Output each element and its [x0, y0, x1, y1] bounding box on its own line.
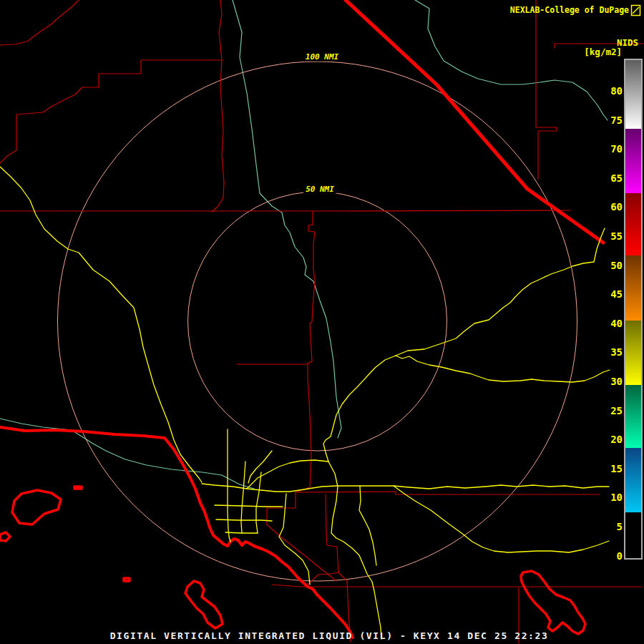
- colorbar-segment: [625, 512, 641, 558]
- highway-line: [396, 356, 610, 382]
- county-line: [0, 0, 79, 45]
- colorbar-tick-label: 55: [610, 230, 623, 242]
- island-outline: [12, 490, 61, 525]
- colorbar-tick-label: 50: [610, 260, 623, 271]
- highway-line: [216, 519, 272, 521]
- colorbar-segment: [625, 255, 641, 321]
- island-outline: [521, 571, 585, 634]
- colorbar-tick-label: 30: [610, 376, 623, 387]
- highway-line: [396, 228, 605, 356]
- colorbar-tick-label: 20: [610, 434, 623, 445]
- county-line: [0, 60, 222, 163]
- radar-display: 100 NMI50 NMI NEXLAB-College of DuPage N…: [0, 0, 644, 644]
- colorbar-tick-label: 60: [610, 201, 623, 213]
- range-ring-label: 100 NMI: [303, 52, 341, 62]
- colorbar-tick-label: 40: [610, 318, 623, 329]
- river-line: [233, 0, 341, 438]
- colorbar-tick-label: 0: [617, 550, 623, 562]
- county-line: [0, 210, 570, 211]
- county-line: [536, 0, 557, 179]
- colorbar-tick-label: 10: [610, 492, 623, 503]
- range-ring: [188, 192, 447, 451]
- county-line: [308, 211, 315, 487]
- highway-line: [394, 486, 609, 552]
- island-outline: [74, 487, 82, 489]
- island-outline: [124, 578, 130, 581]
- island-outline: [185, 581, 223, 628]
- coastline: [0, 427, 353, 638]
- highway-line: [247, 460, 328, 489]
- colorbar-segment: [625, 321, 641, 385]
- colorbar-tick-label: 75: [610, 114, 623, 126]
- colorbar-tick-label: 5: [617, 521, 623, 532]
- highway-line: [0, 167, 202, 482]
- colorbar-tick-label: 35: [610, 346, 623, 358]
- radar-map-svg: [0, 0, 644, 644]
- highway-line: [215, 505, 283, 507]
- highway-line: [359, 486, 376, 565]
- colorbar-tick-label: 45: [610, 288, 623, 300]
- colorbar-segment: [625, 448, 641, 512]
- highway-line: [328, 462, 381, 639]
- cod-flag-icon: [630, 4, 642, 18]
- colorbar-segment: [625, 60, 641, 129]
- county-line: [267, 487, 310, 525]
- colorbar-tick-label: 70: [610, 143, 623, 155]
- colorbar-tick-label: 80: [610, 85, 623, 97]
- highway-line: [256, 472, 261, 533]
- county-line: [296, 492, 600, 494]
- highway-line: [202, 484, 609, 492]
- highway-line: [228, 429, 230, 542]
- colorbar-tick-label: 65: [610, 172, 623, 184]
- island-outline: [0, 532, 10, 541]
- colorbar-segment: [625, 193, 641, 255]
- colorbar-segment: [625, 385, 641, 448]
- brand-text: NEXLAB-College of DuPage: [510, 5, 629, 15]
- product-title: DIGITAL VERTICALLY INTEGRATED LIQUID (VI…: [110, 630, 549, 641]
- colorbar: [624, 59, 643, 560]
- colorbar-segment: [625, 129, 641, 193]
- colorbar-units: [kg/m2]: [584, 47, 622, 57]
- county-line: [219, 0, 222, 60]
- river-line: [415, 0, 608, 120]
- state-border-line: [346, 0, 603, 243]
- range-ring: [58, 62, 577, 581]
- range-ring-label: 50 NMI: [303, 185, 336, 194]
- colorbar-tick-label: 25: [610, 405, 623, 416]
- county-line: [272, 585, 642, 587]
- colorbar-tick-label: 15: [610, 463, 623, 474]
- highway-line: [241, 462, 245, 533]
